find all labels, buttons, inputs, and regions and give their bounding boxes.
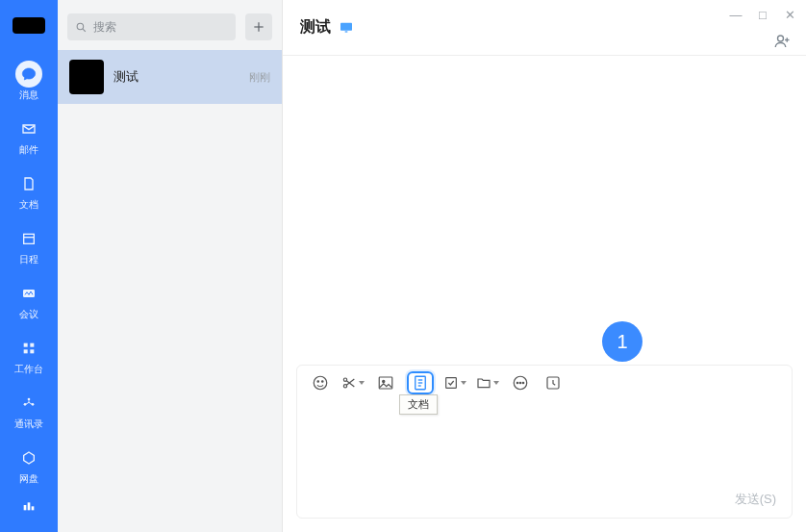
image-button[interactable] [374, 371, 397, 394]
svg-rect-10 [24, 505, 27, 510]
conversation-list-panel: 搜索 测试 刚刚 [58, 0, 283, 532]
scissors-icon [341, 375, 357, 391]
folder-button[interactable] [476, 371, 499, 394]
svg-point-13 [77, 23, 84, 30]
nav-label: 日程 [19, 254, 38, 266]
nav-item-docs[interactable]: 文档 [0, 163, 58, 217]
svg-point-19 [778, 36, 784, 41]
conversation-main: 测试 [113, 68, 249, 86]
svg-point-39 [522, 382, 524, 384]
window-close-button[interactable]: ✕ [783, 8, 796, 21]
checklist-icon [443, 375, 459, 391]
chat-title: 测试 [300, 17, 331, 38]
history-icon [544, 374, 562, 392]
user-avatar[interactable] [13, 17, 45, 34]
svg-rect-11 [28, 502, 31, 510]
svg-point-22 [314, 376, 327, 390]
contacts-icon [15, 390, 42, 417]
document-icon [412, 374, 429, 392]
compose-toolbar: 文档 [297, 366, 792, 400]
message-icon [15, 61, 42, 88]
document-icon [15, 170, 42, 197]
tutorial-step-number: 1 [617, 331, 627, 353]
chat-panel: — □ ✕ 测试 1 [283, 0, 806, 532]
nav-item-calendar[interactable]: 日程 [0, 217, 58, 272]
task-button[interactable] [443, 371, 466, 394]
svg-point-25 [343, 378, 346, 381]
screenshot-button[interactable] [341, 371, 365, 394]
svg-rect-35 [446, 378, 457, 389]
workbench-icon [15, 335, 42, 362]
tooltip: 文档 [399, 394, 438, 415]
chat-header: 测试 [283, 0, 806, 56]
tooltip-text: 文档 [408, 398, 429, 410]
nav-label: 邮件 [19, 144, 38, 156]
image-icon [377, 374, 394, 392]
more-icon [512, 374, 529, 392]
conversation-item[interactable]: 测试 刚刚 [58, 50, 282, 104]
left-nav: 消息 邮件 文档 日程 会议 [0, 0, 58, 532]
tutorial-step-badge: 1 [602, 321, 642, 362]
window-minimize-button[interactable]: — [729, 8, 743, 21]
search-row: 搜索 [58, 0, 282, 50]
calendar-icon [15, 225, 42, 252]
search-input[interactable]: 搜索 [67, 13, 236, 40]
svg-rect-17 [340, 22, 352, 30]
conversation-time: 刚刚 [249, 70, 270, 85]
add-user-icon [773, 33, 791, 50]
emoji-button[interactable] [309, 371, 332, 394]
svg-rect-6 [30, 349, 34, 353]
svg-rect-12 [32, 506, 35, 510]
emoji-icon [312, 374, 329, 392]
conversation-avatar [69, 60, 104, 94]
send-button[interactable]: 发送(S) [735, 491, 776, 508]
compose-textarea[interactable] [297, 400, 792, 518]
stats-icon[interactable] [15, 492, 42, 519]
svg-rect-4 [30, 343, 34, 347]
svg-rect-2 [23, 290, 35, 297]
window-controls: — □ ✕ [729, 8, 796, 21]
nav-label: 网盘 [19, 473, 38, 485]
history-button[interactable] [542, 371, 565, 394]
svg-point-37 [516, 382, 518, 384]
nav-item-workbench[interactable]: 工作台 [0, 327, 58, 382]
add-user-button[interactable] [773, 33, 791, 50]
compose-box: 文档 发送(S) [296, 365, 793, 519]
drive-icon [15, 444, 42, 471]
nav-item-contacts[interactable]: 通讯录 [0, 382, 58, 437]
conversation-title: 测试 [113, 68, 249, 86]
document-button[interactable] [407, 371, 434, 394]
nav-item-drive[interactable]: 网盘 [0, 437, 58, 492]
svg-point-23 [317, 381, 319, 383]
nav-label: 文档 [19, 199, 38, 211]
svg-rect-5 [24, 349, 28, 353]
svg-rect-18 [345, 31, 348, 32]
nav-label: 通讯录 [14, 418, 43, 430]
app-root: 消息 邮件 文档 日程 会议 [0, 0, 806, 532]
chat-messages-area: 1 [283, 56, 806, 365]
nav-label: 会议 [19, 309, 38, 320]
nav-item-messages[interactable]: 消息 [0, 53, 58, 108]
svg-rect-29 [379, 377, 392, 389]
svg-point-26 [343, 385, 346, 388]
mail-icon [15, 115, 42, 142]
monitor-icon [339, 20, 354, 36]
svg-point-24 [322, 381, 324, 383]
folder-icon [476, 375, 491, 391]
window-maximize-button[interactable]: □ [756, 8, 769, 21]
nav-label: 工作台 [14, 364, 43, 375]
more-button[interactable] [509, 371, 532, 394]
send-label: 发送(S) [735, 492, 776, 506]
svg-point-7 [28, 398, 31, 401]
nav-item-meeting[interactable]: 会议 [0, 272, 58, 327]
svg-rect-3 [24, 343, 28, 347]
svg-point-38 [519, 382, 521, 384]
svg-rect-0 [24, 234, 35, 243]
search-icon [75, 21, 88, 34]
add-conversation-button[interactable] [245, 13, 272, 40]
nav-item-mail[interactable]: 邮件 [0, 108, 58, 163]
plus-icon [252, 20, 265, 34]
search-placeholder: 搜索 [93, 19, 116, 36]
meeting-icon [15, 280, 42, 307]
svg-line-14 [83, 29, 86, 32]
